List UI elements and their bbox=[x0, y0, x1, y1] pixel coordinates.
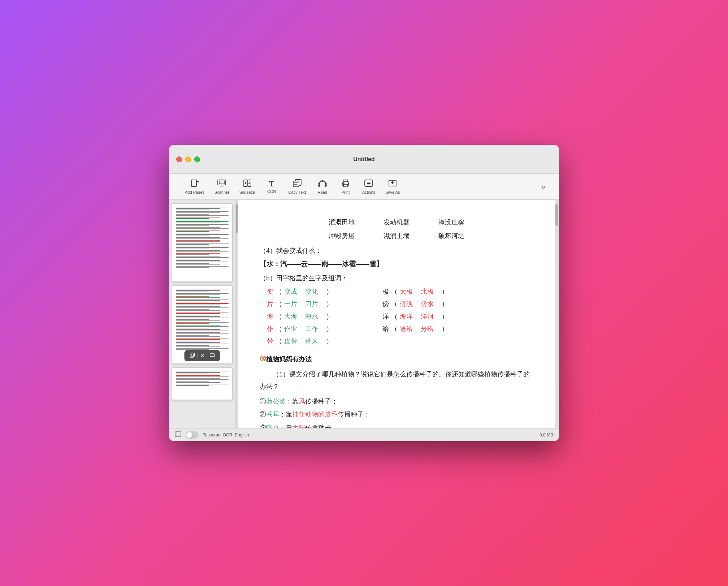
paren-open-3: （ bbox=[276, 298, 282, 310]
text-nourish: 滋润土壤 bbox=[384, 230, 410, 242]
page-thumbnail-1[interactable] bbox=[172, 203, 233, 282]
word-beiji: 北极 bbox=[421, 286, 434, 297]
read-icon bbox=[318, 179, 327, 189]
char-gei: 给 bbox=[382, 323, 389, 335]
vocab-item-yang: 洋 （ 海洋 洋河 ） bbox=[382, 311, 448, 322]
plant-line-2: ②苍耳：靠挂住动物的皮毛传播种子； bbox=[260, 409, 533, 420]
ocr-icon: T bbox=[269, 180, 274, 188]
vocab-item-dai: 带 （ 皮带 带来 ） bbox=[267, 335, 361, 347]
page-thumbnail-2[interactable]: ✕ bbox=[172, 285, 233, 364]
main-scrollbar[interactable] bbox=[555, 200, 559, 428]
char-pian: 片 bbox=[267, 298, 273, 310]
fullscreen-button[interactable] bbox=[194, 156, 200, 162]
word-dahai: 大海 bbox=[284, 311, 297, 322]
word-biancheng: 变成 bbox=[284, 286, 297, 297]
thumb-move-btn[interactable] bbox=[207, 352, 217, 360]
paren-close-6: ） bbox=[442, 311, 448, 322]
ocr-button[interactable]: T OCR bbox=[260, 177, 283, 197]
text-wind: ：靠 bbox=[286, 398, 299, 405]
plant-line-1: ①蒲公英：靠风传播种子； bbox=[260, 396, 533, 407]
page-thumbnail-3[interactable] bbox=[172, 367, 233, 400]
print-label: Print bbox=[342, 190, 350, 194]
paren-close-3: ） bbox=[326, 298, 333, 310]
read-button[interactable]: Read bbox=[311, 176, 334, 197]
section-3-text: 植物妈妈有办法 bbox=[266, 356, 312, 363]
paren-open-9: （ bbox=[276, 335, 282, 347]
squeeze-icon bbox=[243, 179, 252, 189]
word-songgei: 送给 bbox=[400, 323, 413, 335]
word-haiyang: 海洋 bbox=[400, 311, 413, 322]
vocab-row-zuo: 作 （ 作业 工作 ） 给 （ 送给 分给 ） bbox=[267, 323, 533, 335]
toolbar: Add Pages Scanner bbox=[169, 174, 559, 200]
sidebar-toggle-icon[interactable] bbox=[175, 431, 181, 439]
add-pages-button[interactable]: Add Pages bbox=[180, 176, 209, 197]
word-haishui: 海水 bbox=[305, 311, 318, 322]
question-4: （4）我会变成什么： bbox=[260, 245, 533, 257]
char-bang: 傍 bbox=[382, 298, 389, 310]
ocr-label: OCR bbox=[267, 189, 276, 194]
content-row-2: 冲毁房屋 滋润土壤 破坏河堤 bbox=[260, 230, 533, 242]
word-yipian: 一片 bbox=[284, 298, 297, 310]
char-hai: 海 bbox=[267, 311, 273, 322]
water-cycle: 【水：汽——云——雨——冰雹——雪】 bbox=[260, 258, 533, 270]
word-fengei: 分给 bbox=[421, 323, 434, 335]
section-3-num: ③ bbox=[260, 355, 266, 363]
text-spread-3: 传播种子。 bbox=[305, 424, 338, 428]
actions-label: Actions bbox=[362, 190, 375, 194]
thumb-delete-btn[interactable]: ✕ bbox=[198, 352, 207, 359]
status-bar: Tesseract OCR: English 3.8 MB bbox=[169, 428, 559, 441]
copy-text-button[interactable]: Copy Text bbox=[283, 176, 311, 197]
word-pidai: 皮带 bbox=[284, 335, 297, 347]
read-label: Read bbox=[318, 190, 327, 194]
vocab-item-bian: 变 （ 变成 变化 ） bbox=[267, 286, 361, 297]
add-pages-label: Add Pages bbox=[185, 190, 204, 194]
char-dai: 带 bbox=[267, 335, 273, 347]
paren-open-6: （ bbox=[391, 311, 398, 322]
scanner-button[interactable]: Scanner bbox=[209, 176, 234, 197]
main-scroll-thumb[interactable] bbox=[555, 204, 558, 226]
save-as-button[interactable]: Save As bbox=[380, 176, 405, 197]
thumb-copy-btn[interactable] bbox=[187, 352, 198, 360]
svg-point-17 bbox=[318, 185, 320, 186]
svg-rect-29 bbox=[191, 353, 195, 356]
actions-button[interactable]: Actions bbox=[357, 176, 380, 197]
paren-close-7: ） bbox=[326, 323, 333, 335]
text-submerge: 淹没庄稼 bbox=[438, 216, 464, 228]
svg-rect-20 bbox=[343, 184, 348, 187]
svg-rect-23 bbox=[365, 180, 373, 186]
vocab-item-bang: 傍 （ 傍晚 傍水 ） bbox=[382, 298, 448, 310]
ocr-toggle[interactable] bbox=[186, 431, 199, 439]
traffic-lights bbox=[176, 156, 200, 162]
text-spread-2: 传播种子； bbox=[338, 411, 370, 418]
svg-point-18 bbox=[325, 185, 326, 186]
ocr-toggle-track[interactable] bbox=[186, 431, 199, 439]
svg-rect-30 bbox=[190, 354, 194, 357]
print-icon bbox=[341, 179, 350, 189]
paren-open-7: （ bbox=[276, 323, 282, 335]
paren-open-2: （ bbox=[391, 286, 398, 297]
sun: 太阳 bbox=[292, 424, 305, 428]
paren-close-9: ） bbox=[326, 335, 333, 347]
save-as-label: Save As bbox=[385, 190, 400, 194]
print-button[interactable]: Print bbox=[334, 176, 357, 197]
circle-2: ② bbox=[260, 411, 266, 418]
minimize-button[interactable] bbox=[185, 156, 191, 162]
more-button[interactable]: » bbox=[538, 180, 548, 194]
wind: 风 bbox=[299, 398, 305, 405]
paren-open-8: （ bbox=[391, 323, 398, 335]
squeeze-button[interactable]: Squeeze bbox=[234, 176, 260, 197]
svg-rect-4 bbox=[219, 181, 224, 184]
word-taiji: 太极 bbox=[400, 286, 413, 297]
wandou: 豌豆 bbox=[266, 424, 279, 428]
paren-close-1: ） bbox=[326, 286, 333, 297]
close-button[interactable] bbox=[176, 156, 182, 162]
svg-rect-31 bbox=[210, 354, 214, 357]
document-content[interactable]: 灌溉田地 发动机器 淹没庄稼 冲毁房屋 滋润土壤 破坏河堤 （4）我会变成什么：… bbox=[238, 200, 555, 428]
word-gongzuo: 工作 bbox=[305, 323, 318, 335]
paren-open-1: （ bbox=[276, 286, 282, 297]
file-size-label: 3.8 MB bbox=[540, 432, 553, 438]
text-destroy-dam: 破坏河堤 bbox=[438, 230, 464, 242]
text-spread-1: 传播种子； bbox=[305, 398, 338, 405]
sidebar-scroll-thumb[interactable] bbox=[236, 204, 238, 233]
vocab-item-gei: 给 （ 送给 分给 ） bbox=[382, 323, 448, 335]
